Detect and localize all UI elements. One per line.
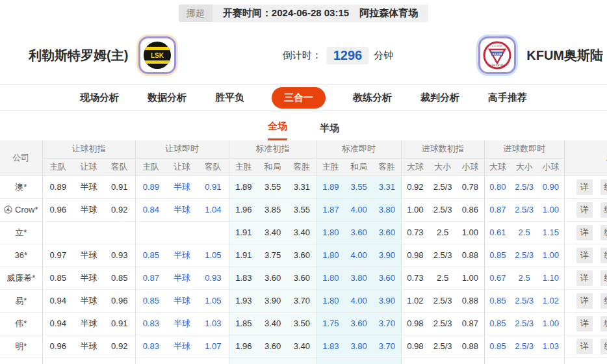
col-subheader: 客胜 <box>373 158 401 176</box>
odds-cell: 3.60 <box>344 312 373 335</box>
stats-button[interactable]: 统 <box>601 339 607 354</box>
nav-tab-3[interactable]: 三合一 <box>272 87 326 109</box>
odds-cell: 1.05 <box>198 244 229 266</box>
odds-cell: 0.94 <box>42 289 73 312</box>
stats-button[interactable]: 统 <box>601 316 607 332</box>
odds-cell: 0.93 <box>198 266 229 289</box>
odds-cell <box>42 358 73 364</box>
row-actions: 详统 <box>564 198 607 221</box>
row-actions: 详统 <box>564 176 607 198</box>
odds-cell: 2.5 <box>429 221 456 244</box>
odds-cell: 1.02 <box>537 289 564 312</box>
odds-cell: 2.5/3 <box>429 244 456 266</box>
away-team: 1·1·1939 KAMERATENE KFUM KFUM奥斯陆 <box>478 35 603 75</box>
countdown-value: 1296 <box>327 47 369 64</box>
odds-cell: 0.73 <box>401 221 429 244</box>
detail-button[interactable]: 详 <box>576 316 593 332</box>
home-team: 利勒斯特罗姆(主) LSK <box>29 35 176 75</box>
col-subheader: 大小 <box>429 158 456 176</box>
odds-cell: 2.5/3 <box>429 312 456 335</box>
odds-cell: 1.96 <box>229 335 258 358</box>
odds-cell <box>344 358 373 364</box>
subtab-0[interactable]: 全场 <box>268 120 287 140</box>
nav-tab-0[interactable]: 现场分析 <box>79 88 120 108</box>
detail-button[interactable]: 详 <box>576 270 593 286</box>
nav-tab-4[interactable]: 教练分析 <box>352 88 393 108</box>
odds-cell: 0.85 <box>484 289 511 312</box>
odds-cell: 2.5/3 <box>511 176 537 198</box>
subtab-1[interactable]: 半场 <box>320 122 339 140</box>
nav-tab-2[interactable]: 胜平负 <box>214 88 246 108</box>
venue-name: 阿拉森体育场 <box>359 7 428 20</box>
odds-cell: 1.00 <box>456 221 484 244</box>
odds-cell: 1.83 <box>316 335 344 358</box>
col-group-header-5: 进球数即时 <box>484 140 564 158</box>
odds-cell <box>166 358 198 364</box>
odds-table: 公司让球初指让球即时标准初指标准即时进球数初指进球数即时历主队让球客队主队让球客… <box>0 140 607 364</box>
svg-text:1·1·1939: 1·1·1939 <box>492 44 503 47</box>
col-subheader: 小球 <box>537 158 564 176</box>
company-name: 伟* <box>0 312 42 335</box>
detail-button[interactable]: 详 <box>576 339 593 354</box>
odds-cell: 0.83 <box>135 312 166 335</box>
detail-button[interactable]: 详 <box>576 293 593 309</box>
odds-cell: 0.85 <box>104 266 135 289</box>
row-actions: 详统 <box>564 266 607 289</box>
odds-cell: 0.93 <box>104 244 135 266</box>
odds-cell: 2.5/3 <box>511 244 537 266</box>
col-header-company: 公司 <box>0 140 42 176</box>
company-name: 威廉希* <box>0 266 42 289</box>
odds-cell: 0.85 <box>484 244 511 266</box>
odds-cell <box>401 358 429 364</box>
odds-cell: 3.85 <box>258 198 287 221</box>
odds-cell: 0.83 <box>135 335 166 358</box>
odds-cell: 0.91 <box>198 176 229 198</box>
nav-tab-5[interactable]: 裁判分析 <box>419 88 461 108</box>
odds-cell: 0.98 <box>401 244 429 266</box>
stats-button[interactable]: 统 <box>601 248 607 263</box>
odds-cell <box>104 358 135 364</box>
odds-cell: 3.60 <box>287 244 316 266</box>
odds-cell <box>456 358 484 364</box>
odds-cell: 0.98 <box>401 312 429 335</box>
odds-cell <box>73 221 104 244</box>
odds-cell: 1.00 <box>456 266 484 289</box>
odds-cell: 0.89 <box>135 176 166 198</box>
detail-button[interactable]: 详 <box>576 202 593 218</box>
detail-button[interactable]: 详 <box>576 248 593 263</box>
odds-cell: 0.91 <box>104 312 135 335</box>
kickoff-time: 开赛时间：2024-06-28 03:15 <box>213 7 359 20</box>
odds-cell: 3.40 <box>258 312 287 335</box>
stats-button[interactable]: 统 <box>601 225 607 240</box>
odds-cell: 0.96 <box>104 289 135 312</box>
odds-cell: 1.83 <box>229 266 258 289</box>
nav-tab-6[interactable]: 高手推荐 <box>487 88 528 108</box>
company-name: 明* <box>0 335 42 358</box>
col-subheader: 主队 <box>42 158 73 176</box>
nav-tab-1[interactable]: 数据分析 <box>146 88 188 108</box>
col-subheader: 和局 <box>258 158 287 176</box>
row-actions: 详统 <box>564 312 607 335</box>
odds-cell: 0.89 <box>42 176 73 198</box>
stats-button[interactable]: 统 <box>601 179 607 195</box>
odds-cell: 0.80 <box>484 176 511 198</box>
col-group-header-0: 让球初指 <box>42 140 135 158</box>
odds-cell: 半球 <box>73 266 104 289</box>
match-header: 利勒斯特罗姆(主) LSK 倒计时： 1296 分钟 1·1·1939 KAME… <box>0 26 607 84</box>
odds-cell: 1.04 <box>198 198 229 221</box>
odds-cell: 2.5 <box>429 266 456 289</box>
table-row: 立*1.913.403.401.803.603.600.732.51.000.6… <box>0 221 607 244</box>
col-group-header-3: 标准即时 <box>316 140 401 158</box>
odds-cell: 3.60 <box>258 335 287 358</box>
odds-cell <box>166 221 198 244</box>
home-team-logo-icon: LSK <box>138 36 176 74</box>
row-actions: 详统 <box>564 289 607 312</box>
table-row: 易*0.94半球0.960.85半球1.051.933.903.701.804.… <box>0 289 607 312</box>
detail-button[interactable]: 详 <box>576 225 593 240</box>
stats-button[interactable]: 统 <box>601 270 607 286</box>
stats-button[interactable]: 统 <box>601 293 607 309</box>
odds-cell: 0.85 <box>484 335 511 358</box>
odds-cell: 0.92 <box>104 198 135 221</box>
stats-button[interactable]: 统 <box>601 202 607 218</box>
detail-button[interactable]: 详 <box>576 179 593 195</box>
